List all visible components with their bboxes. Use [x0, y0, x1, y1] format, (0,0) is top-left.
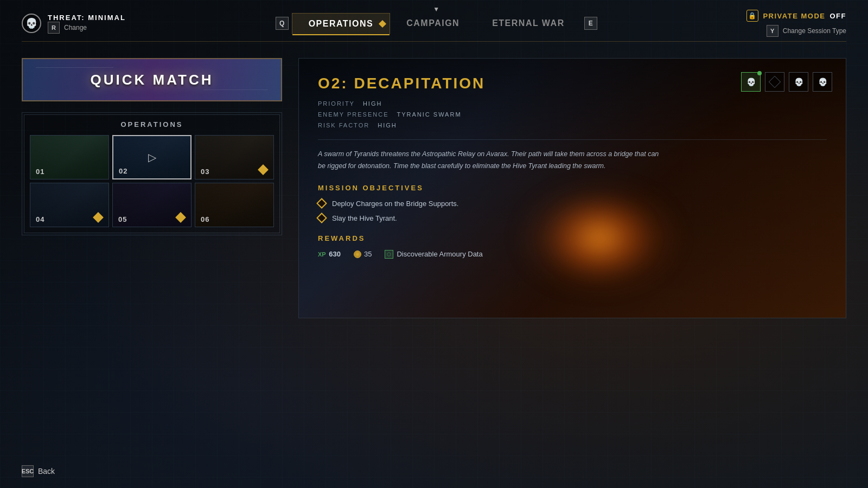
private-mode-value: OFF [829, 12, 846, 20]
header-right: 🔒 PRIVATE MODE OFF Y Change Session Type [746, 10, 846, 37]
op-tile-4[interactable]: 04 [30, 183, 109, 227]
reward-coins: 35 [354, 250, 372, 258]
risk-value: HIGH [378, 122, 397, 129]
session-key-badge: Y [767, 25, 778, 37]
active-indicator [757, 71, 762, 75]
tab-navigation: ▼ Q Operations Campaign Eternal War E [272, 13, 601, 34]
risk-row: RISK FACTOR HIGH [318, 120, 827, 131]
cursor-icon: ▷ [148, 151, 156, 164]
diff-icon-skull-2: 💀 [789, 72, 808, 92]
threat-prefix: THREAT: [48, 14, 85, 22]
rewards-section: XP 630 35 ⬡ Discoverable Armoury Data [318, 250, 827, 259]
header: 💀 THREAT: MINIMAL R Change ▼ Q Operatio [0, 0, 868, 37]
objective-item-2: Slay the Hive Tyrant. [318, 214, 827, 222]
meta-separator [318, 139, 827, 140]
tab-operations-label: Operations [309, 19, 374, 28]
back-label: Back [38, 467, 55, 476]
threat-section: 💀 THREAT: MINIMAL R Change [22, 14, 126, 34]
enemy-row: ENEMY PRESENCE TYRANIC SWARM [318, 110, 827, 120]
op-tile-1[interactable]: 01 [30, 135, 109, 179]
objectives-list: Deploy Charges on the Bridge Supports. S… [318, 200, 827, 222]
tab-campaign-label: Campaign [406, 18, 459, 28]
change-key-badge: R [48, 22, 60, 34]
diff-icon-skull-active: 💀 [741, 72, 761, 92]
tab-key-e: E [584, 17, 597, 30]
threat-label: THREAT: MINIMAL [48, 14, 126, 22]
mission-detail-panel: 💀 💀 💀 O2: DECAPITATION PRIORITY HIGH [298, 58, 846, 318]
tab-key-q: Q [276, 17, 289, 30]
quick-match-label: QUICK MATCH [91, 72, 214, 88]
op-tile-4-num: 04 [36, 215, 44, 223]
left-panel: QUICK MATCH OPERATIONS 01 [22, 58, 282, 318]
tab-eternal-war[interactable]: Eternal War [476, 13, 581, 34]
shield-icon: 🔒 [746, 10, 758, 22]
op-tile-1-num: 01 [36, 168, 44, 176]
tab-diamond-icon [379, 20, 386, 27]
reward-xp: XP 630 [318, 250, 341, 258]
coins-value: 35 [364, 250, 372, 258]
footer-bar: ESC Back [22, 465, 55, 477]
enemy-value: TYRANIC SWARM [397, 111, 461, 118]
xp-value: 630 [329, 250, 341, 258]
diff-diamond-1 [769, 76, 781, 88]
main-content: 💀 THREAT: MINIMAL R Change ▼ Q Operatio [0, 0, 868, 488]
data-icon: ⬡ [385, 250, 393, 259]
skull-icon: 💀 [22, 14, 41, 33]
private-mode-label: PRIVATE MODE [763, 12, 825, 20]
threat-value: MINIMAL [88, 14, 126, 22]
op-tile-2-num: 02 [119, 167, 127, 175]
rewards-title: REWARDS [318, 234, 827, 242]
diamond-icon-5 [175, 212, 186, 223]
op-tile-3-icon [259, 166, 269, 176]
obj-diamond-icon-1 [316, 198, 327, 209]
operations-grid: 01 ▷ 02 03 [30, 135, 274, 227]
back-key-badge: ESC [22, 465, 34, 477]
diamond-icon-4 [93, 212, 104, 223]
tab-campaign[interactable]: Campaign [390, 13, 476, 34]
back-button[interactable]: ESC Back [22, 465, 55, 477]
tab-operations[interactable]: Operations [292, 13, 391, 34]
op-tile-5-num: 05 [118, 215, 127, 223]
xp-label: XP [318, 251, 326, 258]
priority-value: HIGH [363, 100, 382, 107]
operations-section: OPERATIONS 01 ▷ 02 [22, 112, 282, 235]
session-type[interactable]: Y Change Session Type [767, 25, 846, 37]
tab-arrow-icon: ▼ [433, 5, 439, 13]
change-label: Change [64, 24, 87, 31]
objectives-title: MISSION OBJECTIVES [318, 184, 827, 192]
op-tile-6[interactable]: 06 [195, 183, 274, 227]
private-mode: 🔒 PRIVATE MODE OFF [746, 10, 846, 22]
data-label: Discoverable Armoury Data [397, 250, 482, 258]
op-tile-2[interactable]: ▷ 02 [112, 135, 192, 179]
mission-description: A swarm of Tyranids threatens the Astrop… [318, 149, 665, 172]
op-tile-3-num: 03 [201, 168, 209, 176]
op-tile-3[interactable]: 03 [195, 135, 274, 179]
content-area: QUICK MATCH OPERATIONS 01 [0, 47, 868, 329]
quick-match-button[interactable]: QUICK MATCH [22, 58, 282, 101]
objective-text-1: Deploy Charges on the Bridge Supports. [332, 200, 458, 208]
op-tile-5-icon [177, 214, 187, 223]
mission-meta: PRIORITY HIGH ENEMY PRESENCE TYRANIC SWA… [318, 99, 827, 131]
objective-item-1: Deploy Charges on the Bridge Supports. [318, 200, 827, 208]
operations-section-label: OPERATIONS [30, 120, 274, 129]
tab-eternal-war-label: Eternal War [492, 18, 565, 28]
op-tile-5[interactable]: 05 [112, 183, 192, 227]
session-type-label: Change Session Type [783, 27, 846, 35]
diff-icon-skull-3: 💀 [813, 72, 832, 92]
threat-change[interactable]: R Change [48, 22, 126, 34]
operations-inner: OPERATIONS 01 ▷ 02 [24, 114, 280, 233]
mission-content: 💀 💀 💀 O2: DECAPITATION PRIORITY HIGH [299, 59, 846, 275]
diff-icon-1 [765, 72, 784, 92]
op-tile-4-icon [94, 214, 104, 223]
op-tile-6-num: 06 [201, 215, 209, 223]
coin-icon [354, 251, 361, 258]
priority-row: PRIORITY HIGH [318, 99, 827, 110]
diamond-icon-3 [258, 164, 269, 175]
reward-data: ⬡ Discoverable Armoury Data [385, 250, 482, 259]
difficulty-icons: 💀 💀 💀 [741, 72, 832, 92]
objective-text-2: Slay the Hive Tyrant. [332, 214, 397, 222]
obj-diamond-icon-2 [316, 213, 327, 223]
header-separator [22, 41, 846, 42]
